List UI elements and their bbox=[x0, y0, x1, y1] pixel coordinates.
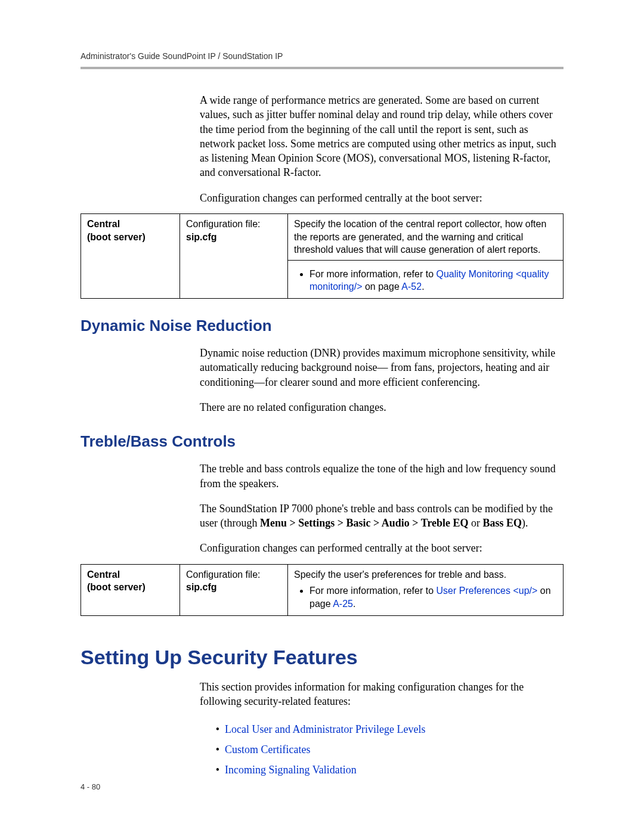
dnr-paragraph-2: There are no related configuration chang… bbox=[200, 400, 564, 414]
cell-desc-text: Specify the user's preferences for trebl… bbox=[294, 569, 506, 580]
config-table-quality: Central (boot server) Configuration file… bbox=[80, 213, 564, 299]
cell-config-file-label: Configuration file: bbox=[186, 219, 261, 229]
heading-treble-bass: Treble/Bass Controls bbox=[80, 432, 564, 451]
table-row: Central (boot server) Configuration file… bbox=[81, 214, 564, 261]
heading-security: Setting Up Security Features bbox=[80, 646, 564, 669]
list-item: Incoming Signaling Validation bbox=[225, 760, 564, 780]
tb-menu-path-bass: Bass EQ bbox=[483, 517, 522, 529]
custom-certificates-link[interactable]: Custom Certificates bbox=[225, 744, 310, 755]
document-page: Administrator's Guide SoundPoint IP / So… bbox=[0, 0, 644, 833]
cell-description: Specify the location of the central repo… bbox=[288, 214, 564, 261]
cell-config-file-name: sip.cfg bbox=[186, 582, 217, 592]
tb-paragraph-1: The treble and bass controls equalize th… bbox=[200, 462, 564, 491]
heading-dnr: Dynamic Noise Reduction bbox=[80, 317, 564, 335]
incoming-signaling-link[interactable]: Incoming Signaling Validation bbox=[225, 764, 357, 776]
list-item: For more information, refer to Quality M… bbox=[309, 268, 557, 293]
sec-paragraph-1: This section provides information for ma… bbox=[200, 680, 564, 709]
table-row: Central (boot server) Configuration file… bbox=[81, 564, 564, 615]
page-ref-link[interactable]: A-25 bbox=[333, 599, 353, 609]
cell-label-central: Central bbox=[87, 219, 120, 229]
running-head: Administrator's Guide SoundPoint IP / So… bbox=[80, 51, 564, 61]
tb-p2-seg-c: or bbox=[469, 517, 483, 529]
cell-config-file-name: sip.cfg bbox=[186, 232, 217, 242]
list-item: Local User and Administrator Privilege L… bbox=[225, 719, 564, 739]
list-item: Custom Certificates bbox=[225, 739, 564, 760]
cell-config-file-label: Configuration file: bbox=[186, 569, 261, 580]
cell-label-central: Central bbox=[87, 569, 120, 580]
ref-prefix: For more information, refer to bbox=[309, 269, 436, 279]
tb-p2-seg-e: ). bbox=[522, 517, 528, 529]
header-rule bbox=[80, 67, 564, 69]
ref-end: . bbox=[353, 599, 355, 609]
cell-description: Specify the user's preferences for trebl… bbox=[288, 564, 564, 615]
config-table-treble-bass: Central (boot server) Configuration file… bbox=[80, 564, 564, 616]
intro-paragraph-1: A wide range of performance metrics are … bbox=[200, 93, 564, 180]
cell-label-bootserver: (boot server) bbox=[87, 232, 145, 242]
dnr-paragraph-1: Dynamic noise reduction (DNR) provides m… bbox=[200, 346, 564, 389]
tb-paragraph-3: Configuration changes can performed cent… bbox=[200, 541, 564, 555]
privilege-levels-link[interactable]: Local User and Administrator Privilege L… bbox=[225, 723, 425, 735]
ref-mid: on page bbox=[363, 281, 402, 292]
intro-paragraph-2: Configuration changes can performed cent… bbox=[200, 191, 564, 205]
tb-menu-path-treble: Menu > Settings > Basic > Audio > Treble… bbox=[260, 517, 469, 529]
ref-end: . bbox=[422, 281, 424, 292]
tb-paragraph-2: The SoundStation IP 7000 phone's treble … bbox=[200, 501, 564, 531]
user-preferences-link[interactable]: User Preferences <up/> bbox=[436, 586, 538, 596]
cell-label-bootserver: (boot server) bbox=[87, 582, 145, 592]
page-ref-link[interactable]: A-52 bbox=[401, 281, 422, 292]
ref-prefix: For more information, refer to bbox=[309, 586, 436, 596]
list-item: For more information, refer to User Pref… bbox=[309, 584, 557, 610]
cell-reference: For more information, refer to Quality M… bbox=[288, 260, 564, 298]
page-number: 4 - 80 bbox=[80, 782, 100, 791]
security-links-list: Local User and Administrator Privilege L… bbox=[212, 719, 564, 781]
